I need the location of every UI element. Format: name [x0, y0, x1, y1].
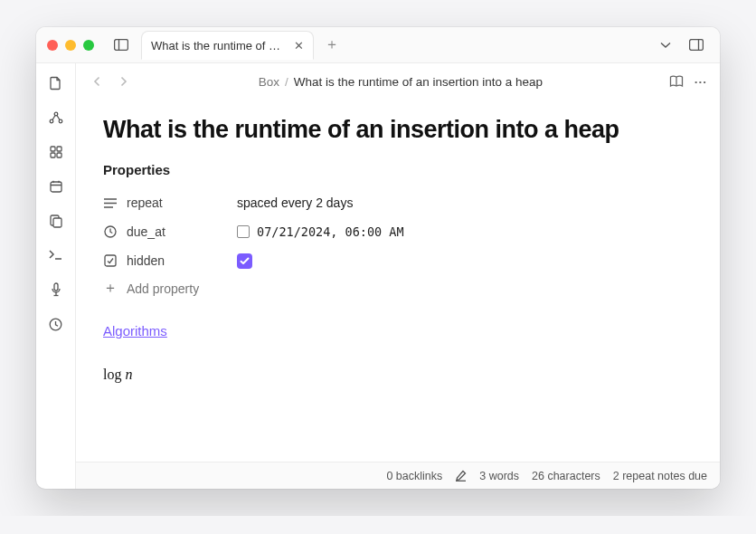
file-icon[interactable]: [43, 72, 69, 94]
titlebar: What is the runtime of an… ✕ ＋: [36, 27, 720, 63]
date-icon: [237, 225, 250, 238]
toggle-sidebar-button[interactable]: [109, 33, 134, 58]
more-menu-icon[interactable]: ···: [695, 75, 707, 89]
microphone-icon[interactable]: [43, 279, 69, 300]
property-label: due_at: [127, 224, 165, 239]
breadcrumb-root[interactable]: Box: [259, 75, 279, 89]
calendar-icon[interactable]: [43, 176, 69, 197]
tab[interactable]: What is the runtime of an… ✕: [141, 31, 314, 60]
svg-rect-28: [105, 255, 116, 266]
nav-back[interactable]: [89, 76, 107, 87]
breadcrumb: Box / What is the runtime of an insertio…: [139, 75, 662, 89]
window-close[interactable]: [47, 40, 58, 51]
svg-point-5: [50, 119, 53, 123]
property-row-hidden[interactable]: hidden: [103, 246, 693, 275]
book-icon[interactable]: [669, 75, 684, 89]
status-words: 3 words: [479, 470, 519, 482]
svg-rect-12: [57, 153, 61, 157]
svg-line-8: [57, 116, 60, 120]
edit-icon[interactable]: [455, 470, 467, 482]
add-property-label: Add property: [127, 281, 199, 296]
window-zoom[interactable]: [83, 40, 94, 51]
clock-icon: [103, 224, 118, 239]
panel-right-icon[interactable]: [684, 33, 709, 58]
copy-icon[interactable]: [43, 210, 69, 232]
tab-close-icon[interactable]: ✕: [294, 39, 304, 52]
nav-forward[interactable]: [114, 76, 132, 87]
svg-rect-13: [51, 182, 61, 192]
svg-rect-11: [51, 153, 55, 157]
svg-point-4: [54, 112, 58, 116]
svg-point-6: [59, 119, 62, 123]
graph-icon[interactable]: [43, 107, 69, 129]
tab-title: What is the runtime of an…: [151, 39, 287, 52]
chevron-down-icon[interactable]: [653, 33, 678, 58]
list-icon: [103, 195, 118, 210]
window-minimize[interactable]: [65, 40, 76, 51]
status-chars: 26 characters: [532, 470, 600, 482]
app-window: What is the runtime of an… ✕ ＋: [36, 27, 720, 489]
property-value[interactable]: 07/21/2024, 06:00 AM: [237, 224, 404, 239]
add-property-button[interactable]: ＋ Add property: [103, 279, 693, 298]
property-value[interactable]: spaced every 2 days: [237, 195, 353, 210]
checkbox-icon: [103, 253, 118, 268]
svg-rect-9: [51, 147, 55, 151]
property-row-repeat[interactable]: repeat spaced every 2 days: [103, 188, 693, 217]
svg-rect-17: [53, 218, 61, 227]
grid-icon[interactable]: [43, 141, 69, 163]
plus-icon: ＋: [103, 279, 118, 298]
algorithms-link[interactable]: Algorithms: [103, 323, 167, 339]
breadcrumb-separator: /: [285, 75, 288, 89]
svg-line-7: [52, 116, 55, 120]
svg-rect-10: [57, 147, 61, 151]
page-title[interactable]: What is the runtime of an insertion into…: [103, 116, 693, 144]
property-label: repeat: [127, 195, 163, 210]
traffic-lights: [47, 40, 94, 51]
content: What is the runtime of an insertion into…: [76, 100, 720, 462]
properties-header: Properties: [103, 162, 693, 177]
statusbar: 0 backlinks 3 words 26 characters 2 repe…: [76, 462, 720, 489]
breadcrumb-current[interactable]: What is the runtime of an insertion into…: [294, 75, 543, 89]
clock-icon[interactable]: [43, 313, 69, 335]
svg-rect-0: [115, 40, 128, 51]
math-answer: log n: [103, 367, 693, 383]
property-row-due-at[interactable]: due_at 07/21/2024, 06:00 AM: [103, 217, 693, 246]
new-tab-button[interactable]: ＋: [325, 35, 339, 54]
svg-rect-2: [690, 40, 704, 51]
property-label: hidden: [127, 253, 165, 268]
main-area: Box / What is the runtime of an insertio…: [76, 63, 720, 489]
hidden-checkbox[interactable]: [237, 253, 252, 269]
status-repeat-due[interactable]: 2 repeat notes due: [613, 470, 707, 482]
svg-rect-19: [54, 283, 58, 291]
terminal-icon[interactable]: [43, 244, 69, 266]
topbar: Box / What is the runtime of an insertio…: [76, 63, 720, 100]
sidebar: [36, 63, 76, 489]
status-backlinks[interactable]: 0 backlinks: [386, 470, 442, 482]
